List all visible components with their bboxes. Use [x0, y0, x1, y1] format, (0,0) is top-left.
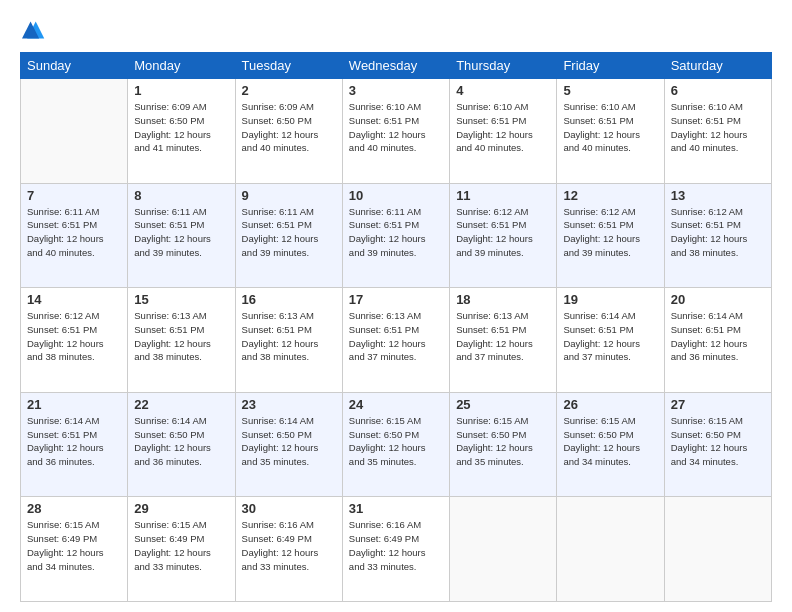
logo-icon: [20, 18, 48, 42]
day-info: Sunrise: 6:12 AM Sunset: 6:51 PM Dayligh…: [27, 309, 121, 364]
calendar-table: SundayMondayTuesdayWednesdayThursdayFrid…: [20, 52, 772, 602]
calendar-day-cell: 12Sunrise: 6:12 AM Sunset: 6:51 PM Dayli…: [557, 183, 664, 288]
calendar-header-cell: Tuesday: [235, 53, 342, 79]
calendar-day-cell: 6Sunrise: 6:10 AM Sunset: 6:51 PM Daylig…: [664, 79, 771, 184]
day-info: Sunrise: 6:15 AM Sunset: 6:50 PM Dayligh…: [349, 414, 443, 469]
day-info: Sunrise: 6:14 AM Sunset: 6:51 PM Dayligh…: [27, 414, 121, 469]
calendar-week-row: 1Sunrise: 6:09 AM Sunset: 6:50 PM Daylig…: [21, 79, 772, 184]
day-info: Sunrise: 6:13 AM Sunset: 6:51 PM Dayligh…: [242, 309, 336, 364]
day-number: 9: [242, 188, 336, 203]
day-info: Sunrise: 6:13 AM Sunset: 6:51 PM Dayligh…: [456, 309, 550, 364]
day-number: 3: [349, 83, 443, 98]
calendar-day-cell: 1Sunrise: 6:09 AM Sunset: 6:50 PM Daylig…: [128, 79, 235, 184]
calendar-header-cell: Thursday: [450, 53, 557, 79]
calendar-day-cell: 27Sunrise: 6:15 AM Sunset: 6:50 PM Dayli…: [664, 392, 771, 497]
calendar-header-cell: Saturday: [664, 53, 771, 79]
page: SundayMondayTuesdayWednesdayThursdayFrid…: [0, 0, 792, 612]
calendar-day-cell: 11Sunrise: 6:12 AM Sunset: 6:51 PM Dayli…: [450, 183, 557, 288]
day-info: Sunrise: 6:10 AM Sunset: 6:51 PM Dayligh…: [349, 100, 443, 155]
day-number: 22: [134, 397, 228, 412]
day-number: 5: [563, 83, 657, 98]
calendar-day-cell: [450, 497, 557, 602]
day-number: 28: [27, 501, 121, 516]
day-info: Sunrise: 6:09 AM Sunset: 6:50 PM Dayligh…: [242, 100, 336, 155]
day-info: Sunrise: 6:13 AM Sunset: 6:51 PM Dayligh…: [349, 309, 443, 364]
day-info: Sunrise: 6:11 AM Sunset: 6:51 PM Dayligh…: [27, 205, 121, 260]
day-number: 21: [27, 397, 121, 412]
calendar-week-row: 21Sunrise: 6:14 AM Sunset: 6:51 PM Dayli…: [21, 392, 772, 497]
calendar-header-cell: Sunday: [21, 53, 128, 79]
day-number: 2: [242, 83, 336, 98]
day-info: Sunrise: 6:15 AM Sunset: 6:49 PM Dayligh…: [27, 518, 121, 573]
day-info: Sunrise: 6:15 AM Sunset: 6:49 PM Dayligh…: [134, 518, 228, 573]
calendar-day-cell: 26Sunrise: 6:15 AM Sunset: 6:50 PM Dayli…: [557, 392, 664, 497]
day-number: 6: [671, 83, 765, 98]
day-number: 13: [671, 188, 765, 203]
day-number: 18: [456, 292, 550, 307]
day-info: Sunrise: 6:14 AM Sunset: 6:50 PM Dayligh…: [134, 414, 228, 469]
calendar-day-cell: 24Sunrise: 6:15 AM Sunset: 6:50 PM Dayli…: [342, 392, 449, 497]
day-number: 29: [134, 501, 228, 516]
day-number: 1: [134, 83, 228, 98]
calendar-day-cell: 20Sunrise: 6:14 AM Sunset: 6:51 PM Dayli…: [664, 288, 771, 393]
day-number: 10: [349, 188, 443, 203]
calendar-day-cell: 15Sunrise: 6:13 AM Sunset: 6:51 PM Dayli…: [128, 288, 235, 393]
day-number: 23: [242, 397, 336, 412]
day-info: Sunrise: 6:15 AM Sunset: 6:50 PM Dayligh…: [563, 414, 657, 469]
calendar-day-cell: 23Sunrise: 6:14 AM Sunset: 6:50 PM Dayli…: [235, 392, 342, 497]
calendar-day-cell: [21, 79, 128, 184]
day-number: 17: [349, 292, 443, 307]
day-number: 11: [456, 188, 550, 203]
calendar-day-cell: 5Sunrise: 6:10 AM Sunset: 6:51 PM Daylig…: [557, 79, 664, 184]
day-number: 16: [242, 292, 336, 307]
calendar-day-cell: 10Sunrise: 6:11 AM Sunset: 6:51 PM Dayli…: [342, 183, 449, 288]
day-number: 14: [27, 292, 121, 307]
day-number: 15: [134, 292, 228, 307]
logo: [20, 18, 52, 42]
day-number: 25: [456, 397, 550, 412]
calendar-day-cell: 18Sunrise: 6:13 AM Sunset: 6:51 PM Dayli…: [450, 288, 557, 393]
day-info: Sunrise: 6:09 AM Sunset: 6:50 PM Dayligh…: [134, 100, 228, 155]
calendar-day-cell: 21Sunrise: 6:14 AM Sunset: 6:51 PM Dayli…: [21, 392, 128, 497]
calendar-day-cell: 28Sunrise: 6:15 AM Sunset: 6:49 PM Dayli…: [21, 497, 128, 602]
calendar-day-cell: 3Sunrise: 6:10 AM Sunset: 6:51 PM Daylig…: [342, 79, 449, 184]
calendar-day-cell: 13Sunrise: 6:12 AM Sunset: 6:51 PM Dayli…: [664, 183, 771, 288]
calendar-day-cell: 4Sunrise: 6:10 AM Sunset: 6:51 PM Daylig…: [450, 79, 557, 184]
day-info: Sunrise: 6:11 AM Sunset: 6:51 PM Dayligh…: [134, 205, 228, 260]
day-info: Sunrise: 6:14 AM Sunset: 6:51 PM Dayligh…: [563, 309, 657, 364]
day-info: Sunrise: 6:16 AM Sunset: 6:49 PM Dayligh…: [349, 518, 443, 573]
day-number: 19: [563, 292, 657, 307]
day-info: Sunrise: 6:16 AM Sunset: 6:49 PM Dayligh…: [242, 518, 336, 573]
calendar-week-row: 14Sunrise: 6:12 AM Sunset: 6:51 PM Dayli…: [21, 288, 772, 393]
day-info: Sunrise: 6:12 AM Sunset: 6:51 PM Dayligh…: [671, 205, 765, 260]
day-info: Sunrise: 6:14 AM Sunset: 6:51 PM Dayligh…: [671, 309, 765, 364]
header: [20, 18, 772, 42]
day-number: 20: [671, 292, 765, 307]
day-number: 30: [242, 501, 336, 516]
day-info: Sunrise: 6:13 AM Sunset: 6:51 PM Dayligh…: [134, 309, 228, 364]
calendar-day-cell: 30Sunrise: 6:16 AM Sunset: 6:49 PM Dayli…: [235, 497, 342, 602]
day-info: Sunrise: 6:12 AM Sunset: 6:51 PM Dayligh…: [563, 205, 657, 260]
calendar-day-cell: 16Sunrise: 6:13 AM Sunset: 6:51 PM Dayli…: [235, 288, 342, 393]
day-info: Sunrise: 6:10 AM Sunset: 6:51 PM Dayligh…: [563, 100, 657, 155]
calendar-day-cell: 25Sunrise: 6:15 AM Sunset: 6:50 PM Dayli…: [450, 392, 557, 497]
day-number: 27: [671, 397, 765, 412]
calendar-day-cell: 9Sunrise: 6:11 AM Sunset: 6:51 PM Daylig…: [235, 183, 342, 288]
day-number: 24: [349, 397, 443, 412]
day-number: 4: [456, 83, 550, 98]
calendar-day-cell: 14Sunrise: 6:12 AM Sunset: 6:51 PM Dayli…: [21, 288, 128, 393]
calendar-week-row: 28Sunrise: 6:15 AM Sunset: 6:49 PM Dayli…: [21, 497, 772, 602]
calendar-header-cell: Monday: [128, 53, 235, 79]
calendar-header-cell: Friday: [557, 53, 664, 79]
day-info: Sunrise: 6:11 AM Sunset: 6:51 PM Dayligh…: [242, 205, 336, 260]
day-number: 31: [349, 501, 443, 516]
calendar-day-cell: 7Sunrise: 6:11 AM Sunset: 6:51 PM Daylig…: [21, 183, 128, 288]
calendar-day-cell: 8Sunrise: 6:11 AM Sunset: 6:51 PM Daylig…: [128, 183, 235, 288]
day-number: 26: [563, 397, 657, 412]
day-info: Sunrise: 6:10 AM Sunset: 6:51 PM Dayligh…: [671, 100, 765, 155]
day-number: 12: [563, 188, 657, 203]
day-number: 8: [134, 188, 228, 203]
day-info: Sunrise: 6:12 AM Sunset: 6:51 PM Dayligh…: [456, 205, 550, 260]
day-info: Sunrise: 6:15 AM Sunset: 6:50 PM Dayligh…: [671, 414, 765, 469]
calendar-day-cell: [664, 497, 771, 602]
